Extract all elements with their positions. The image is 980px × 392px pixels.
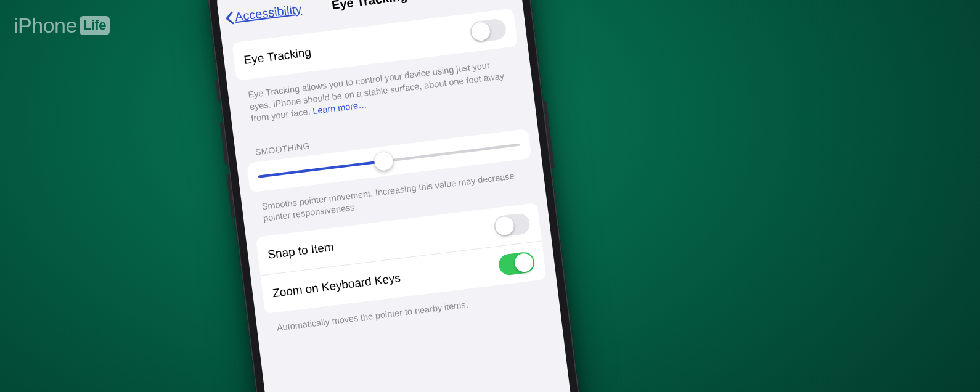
watermark-suffix: Life: [83, 17, 106, 33]
eye-tracking-label: Eye Tracking: [243, 46, 312, 67]
power-button: [543, 101, 554, 169]
iphonelife-watermark: iPhone Life: [14, 14, 110, 38]
back-label: Accessibility: [234, 2, 303, 24]
phone-frame: 12:20: [203, 0, 600, 392]
watermark-prefix: iPhone: [14, 14, 77, 38]
eye-tracking-toggle[interactable]: [469, 18, 507, 43]
watermark-suffix-box: Life: [80, 16, 110, 35]
back-button[interactable]: Accessibility: [224, 2, 303, 25]
chevron-left-icon: [224, 10, 235, 25]
snap-label: Snap to Item: [267, 240, 335, 262]
zoom-toggle[interactable]: [497, 251, 536, 276]
phone-mockup: 12:20: [203, 0, 600, 392]
mute-switch: [215, 80, 220, 102]
slider-thumb[interactable]: [374, 151, 394, 171]
phone-screen: 12:20: [213, 0, 590, 392]
volume-up-button: [220, 122, 228, 165]
zoom-label: Zoom on Keyboard Keys: [272, 271, 401, 300]
snap-toggle[interactable]: [493, 213, 531, 238]
settings-content: Eye Tracking Eye Tracking allows you to …: [221, 1, 590, 392]
hero-image: iPhone Life 12:20: [0, 0, 980, 392]
volume-down-button: [226, 174, 234, 217]
